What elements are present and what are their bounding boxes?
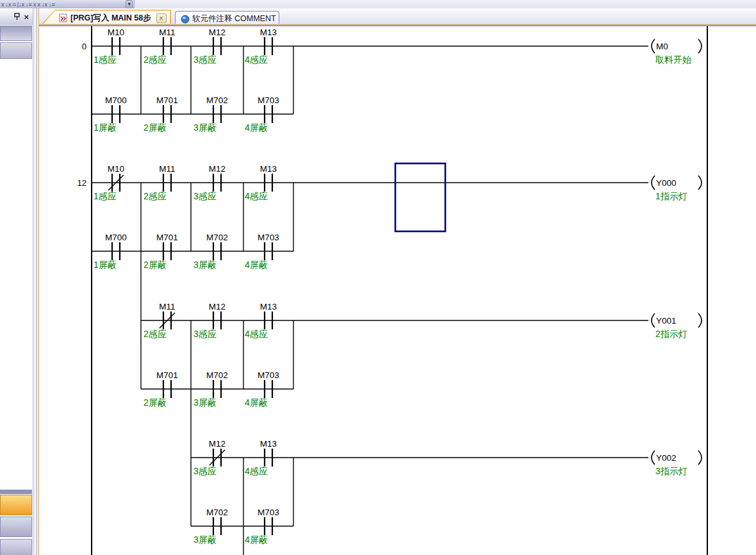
device-comment: 3感应 [193, 191, 217, 201]
coil-M0[interactable]: M0取料开始 [652, 39, 702, 65]
coil-comment: 2指示灯 [655, 329, 687, 339]
device-name: M701 [156, 370, 178, 380]
dock-collapsed-item-2[interactable] [0, 42, 32, 59]
coil-comment: 3指示灯 [655, 466, 687, 476]
dock-separator[interactable] [33, 8, 39, 555]
device-comment: 2感应 [144, 191, 167, 201]
device-name: M703 [258, 233, 279, 242]
close-icon[interactable]: × [24, 13, 29, 21]
device-comment: 1感应 [94, 191, 117, 201]
device-comment: 4感应 [245, 54, 268, 65]
toolbar-icon[interactable]: ≡ [13, 1, 16, 8]
coil-Y002[interactable]: Y0023指示灯 [652, 451, 702, 476]
device-name: M702 [206, 370, 228, 380]
ladder-diagram: 0M0取料开始M101感应M112感应M123感应M134感应M7001屏蔽M7… [39, 26, 756, 555]
coil-paren-left [652, 176, 655, 190]
device-name: M700 [105, 233, 127, 242]
device-comment: 3屏蔽 [193, 397, 217, 408]
device-name: M13 [260, 302, 277, 311]
device-name: M700 [105, 95, 127, 105]
toolbar-strip: x↓x≡|↓x↓≡xx↓x↓≡▾ [0, 0, 756, 8]
device-name: M12 [209, 302, 226, 311]
toolbar-icon[interactable]: x [37, 1, 40, 8]
coil-paren-right [698, 451, 702, 465]
coil-Y001[interactable]: Y0012指示灯 [652, 313, 702, 339]
device-name: M13 [260, 164, 277, 174]
device-comment: 4屏蔽 [245, 260, 268, 270]
device-name: M11 [159, 164, 175, 174]
coil-device-name: Y002 [656, 453, 677, 463]
program-doc-icon [59, 13, 68, 22]
pin-icon[interactable] [14, 13, 20, 21]
coil-Y000[interactable]: Y0001指示灯 [652, 176, 702, 201]
toolbar-overflow-button[interactable]: ▾ [126, 0, 133, 8]
coil-comment: 取料开始 [655, 54, 691, 65]
dock-nav-item-2[interactable] [0, 517, 32, 537]
device-comment: 3感应 [193, 329, 217, 339]
device-name: M11 [159, 302, 175, 311]
coil-device-name: M0 [656, 42, 668, 51]
dock-collapsed-item-1[interactable] [0, 26, 32, 41]
toolbar-icon[interactable]: ↓≡ [26, 1, 32, 8]
coil-paren-left [652, 39, 655, 53]
device-name: M703 [258, 370, 279, 380]
dock-nav-item-3[interactable] [0, 539, 32, 555]
coil-paren-left [652, 313, 655, 327]
toolbar-icon[interactable]: x [1, 1, 4, 8]
tab-label: [PRG]写入 MAIN 58步 [70, 13, 151, 24]
dock-nav-item-selected[interactable] [0, 495, 32, 515]
coil-device-name: Y000 [656, 178, 677, 188]
device-name: M701 [156, 233, 178, 242]
device-comment: 2屏蔽 [144, 260, 167, 270]
ladder-cursor[interactable] [395, 163, 445, 231]
coil-paren-left [652, 451, 655, 465]
device-name: M12 [209, 439, 226, 449]
device-name: M702 [206, 233, 228, 242]
tab-label: 软元件注释 COMMENT [192, 13, 276, 24]
device-name: M701 [156, 95, 178, 105]
device-comment: 4感应 [245, 329, 268, 339]
device-name: M703 [258, 508, 279, 517]
toolbar-icon[interactable]: x [33, 1, 37, 8]
device-comment: 4感应 [245, 466, 268, 476]
dock-panel-header: × [0, 8, 33, 25]
device-comment: 1屏蔽 [94, 260, 117, 270]
device-comment: 4屏蔽 [245, 534, 268, 545]
device-comment: 2感应 [144, 54, 167, 65]
left-dock-panel: × [0, 8, 33, 555]
coil-paren-right [698, 176, 702, 190]
coil-paren-right [698, 39, 702, 53]
device-comment: 4屏蔽 [245, 397, 268, 408]
toolbar-icon[interactable]: ↓x [42, 1, 47, 8]
device-comment: 2屏蔽 [144, 122, 167, 133]
device-comment: 3屏蔽 [193, 260, 217, 270]
tab-close-button[interactable]: × [156, 13, 167, 23]
coil-device-name: Y001 [656, 316, 677, 326]
device-comment: 3屏蔽 [193, 122, 217, 133]
toolbar-icon[interactable]: |↓x [17, 1, 24, 8]
ladder-editor[interactable]: 0M0取料开始M101感应M112感应M123感应M134感应M7001屏蔽M7… [39, 26, 756, 555]
device-comment: 2感应 [144, 329, 167, 339]
device-name: M13 [260, 28, 277, 37]
toolbar-icon[interactable]: ↓x [6, 1, 12, 8]
coil-comment: 1指示灯 [655, 191, 687, 201]
device-name: M702 [206, 95, 228, 105]
device-name: M11 [159, 28, 175, 37]
device-comment: 3感应 [193, 466, 217, 476]
step-number: 12 [78, 178, 86, 188]
tabbar-underline [39, 24, 756, 26]
device-comment: 4屏蔽 [245, 122, 268, 133]
device-name: M13 [260, 439, 277, 449]
toolbar-icon[interactable]: ↓≡ [49, 1, 55, 8]
device-comment-icon [181, 15, 190, 24]
gx-works2-window: x↓x≡|↓x↓≡xx↓x↓≡▾ × [0, 0, 756, 555]
device-comment: 1感应 [94, 54, 117, 65]
device-comment: 4感应 [245, 191, 268, 201]
device-comment: 3感应 [193, 54, 217, 65]
dock-stack-divider [0, 490, 32, 494]
document-tabbar: [PRG]写入 MAIN 58步 × 软元件注释 COMMENT [39, 8, 756, 26]
coil-paren-right [698, 313, 702, 327]
device-name: M702 [206, 508, 228, 517]
device-comment: 2屏蔽 [144, 397, 167, 408]
device-name: M10 [108, 164, 124, 174]
